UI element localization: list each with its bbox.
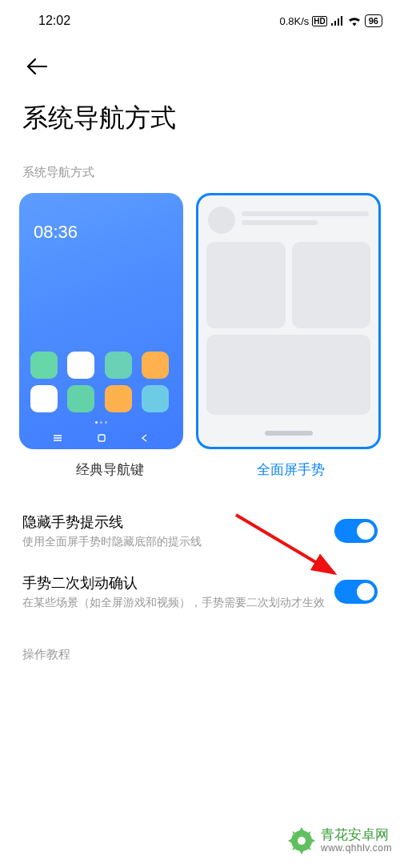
back-arrow-icon[interactable] [26, 58, 48, 78]
preview-box [292, 242, 371, 328]
nav-option-row: 08:36 [0, 180, 400, 449]
menu-key-icon [52, 433, 63, 443]
app-icon [67, 352, 94, 379]
preview-content [206, 242, 370, 328]
back-key-icon [139, 433, 150, 443]
page-title: 系统导航方式 [0, 78, 400, 136]
nav-option-gesture[interactable] [196, 193, 381, 449]
app-icon [105, 385, 132, 412]
preview-box [206, 242, 286, 328]
status-right: 0.8K/s HD 96 [279, 14, 382, 27]
hd-icon: HD [312, 16, 326, 26]
watermark-logo-icon [286, 825, 318, 857]
nav-option-classic[interactable]: 08:36 [19, 193, 183, 449]
status-bar: 12:02 0.8K/s HD 96 [0, 0, 400, 35]
toggle-knob [357, 522, 374, 540]
watermark: 青花安卓网 www.qhhlv.com [286, 825, 392, 857]
wifi-icon [347, 16, 362, 26]
tutorial-section-label: 操作教程 [0, 610, 400, 662]
setting-title: 隐藏手势提示线 [22, 512, 334, 532]
watermark-url: www.qhhlv.com [321, 843, 392, 854]
watermark-name: 青花安卓网 [321, 828, 392, 843]
svg-point-2 [298, 837, 306, 845]
app-icon [30, 352, 58, 379]
toggle-hide-gesture-line[interactable] [334, 519, 378, 543]
toggle-double-swipe-confirm[interactable] [334, 580, 378, 604]
home-key-icon [96, 433, 107, 443]
option-label-gesture[interactable]: 全面屏手势 [200, 460, 381, 479]
toggle-knob [357, 583, 374, 601]
app-icon [30, 385, 58, 412]
gesture-handle-icon [265, 431, 313, 436]
svg-rect-0 [98, 435, 105, 441]
header-bar [0, 35, 400, 78]
setting-hide-gesture-line: 隐藏手势提示线 使用全面屏手势时隐藏底部的提示线 [0, 512, 400, 549]
preview-box [206, 335, 370, 415]
preview-avatar [208, 207, 235, 234]
page-dots [19, 421, 183, 424]
preview-clock: 08:36 [34, 222, 78, 243]
preview-navbar [19, 433, 183, 443]
app-icon [142, 385, 169, 412]
setting-title: 手势二次划动确认 [22, 573, 334, 593]
setting-double-swipe-confirm: 手势二次划动确认 在某些场景（如全屏游戏和视频），手势需要二次划动才生效 [0, 573, 400, 610]
option-labels-row: 经典导航键 全面屏手势 [0, 449, 400, 479]
signal-icon [330, 16, 344, 26]
app-icon [105, 352, 132, 379]
battery-icon: 96 [365, 14, 382, 27]
status-time: 12:02 [38, 14, 70, 28]
network-speed: 0.8K/s [279, 15, 309, 27]
preview-line [242, 220, 318, 225]
preview-icon-grid [19, 352, 183, 412]
option-label-classic[interactable]: 经典导航键 [19, 460, 200, 479]
app-icon [142, 352, 169, 379]
section-label: 系统导航方式 [0, 136, 400, 180]
setting-desc: 在某些场景（如全屏游戏和视频），手势需要二次划动才生效 [22, 595, 334, 610]
preview-header [206, 203, 370, 242]
setting-desc: 使用全面屏手势时隐藏底部的提示线 [22, 534, 334, 549]
preview-line [242, 211, 369, 216]
app-icon [67, 385, 94, 412]
